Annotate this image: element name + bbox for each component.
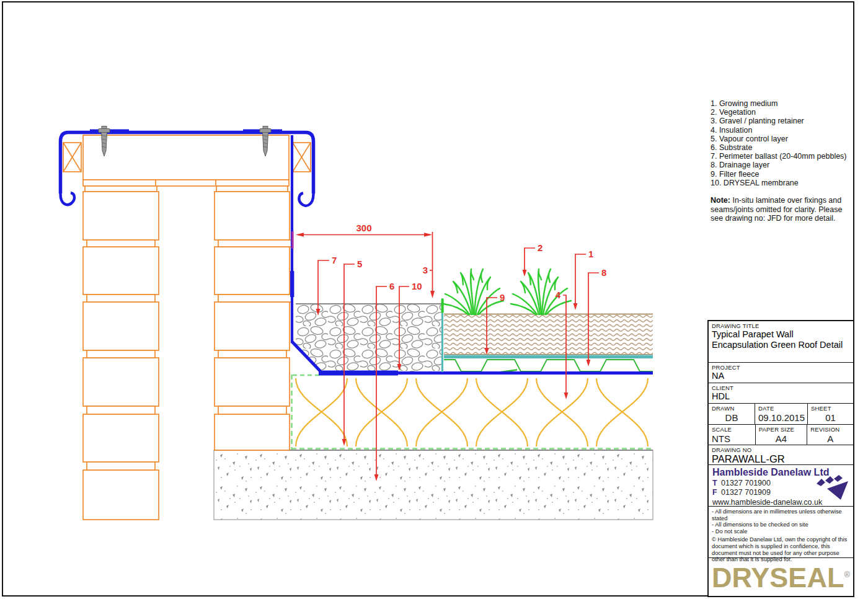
- dryseal-logo-box: DRYSEAL®: [709, 558, 853, 597]
- project-row: PROJECT NA: [709, 363, 853, 383]
- parapet-green-roof-detail-drawing: 300 7 5 6 10 3 9 2 4 1 8: [0, 0, 707, 599]
- scale-value: NTS: [712, 433, 752, 444]
- paper-size-value: A4: [759, 433, 804, 444]
- hambleside-logo-icon: [815, 474, 849, 501]
- sheet-value: 01: [811, 412, 850, 423]
- note-text: In-situ laminate over fixings and seams/…: [711, 196, 842, 223]
- callout-1: 1: [588, 249, 593, 259]
- planting-retainer: [441, 298, 444, 313]
- drawing-no-row: DRAWING NO PARAWALL-GR: [709, 445, 853, 465]
- filter-fleece-layer: [444, 355, 653, 359]
- registered-mark: ®: [844, 570, 850, 579]
- title-block: DRAWING TITLE Typical Parapet Wall Encap…: [707, 320, 854, 597]
- client-value: HDL: [712, 391, 850, 401]
- drawn-cell: DRAWN DB: [709, 404, 755, 424]
- callout-3: 3: [423, 265, 428, 275]
- timber-noggin-right: [293, 143, 311, 172]
- drawn-date-sheet-row: DRAWN DB DATE 09.10.2015 SHEET 01: [709, 404, 853, 425]
- legend-item: 4. Insulation: [711, 126, 854, 135]
- date-value: 09.10.2015: [758, 412, 804, 423]
- insulation-layer: [291, 376, 651, 448]
- callout-4: 4: [556, 290, 561, 300]
- client-row: CLIENT HDL: [709, 383, 853, 404]
- disclaimer-block: - All dimensions are in millimetres unle…: [709, 507, 853, 558]
- legend-item: 8. Drainage layer: [711, 161, 854, 169]
- concrete-substrate: [214, 450, 653, 520]
- drawing-sheet: { "legend": { "items": [ "1. Growing med…: [0, 0, 868, 599]
- callout-5: 5: [357, 259, 362, 269]
- date-cell: DATE 09.10.2015: [755, 404, 808, 424]
- callout-2: 2: [538, 242, 542, 253]
- legend-item: 9. Filter fleece: [711, 170, 854, 179]
- vegetation-clump-2: [511, 269, 571, 314]
- callout-8: 8: [601, 267, 606, 278]
- disclaimer-line3: - Do not scale: [712, 528, 850, 535]
- legend-item: 7. Perimeter ballast (20-40mm pebbles): [711, 152, 854, 161]
- scale-cell: SCALE NTS: [709, 425, 756, 445]
- revision-label: REVISION: [810, 426, 850, 433]
- callout-6: 6: [389, 281, 394, 291]
- legend-item: 10. DRYSEAL membrane: [711, 179, 854, 187]
- date-label: DATE: [758, 405, 804, 412]
- drawn-value: DB: [712, 412, 751, 423]
- scale-label: SCALE: [712, 426, 752, 433]
- legend-item: 2. Vegetation: [711, 108, 854, 117]
- phone-value: 01327 701900: [721, 479, 771, 487]
- drawing-title-line2: Encapsulation Green Roof Detail: [712, 340, 850, 350]
- note: Note: In-situ laminate over fixings and …: [711, 196, 854, 223]
- company-block: Hambleside Danelaw Ltd T01327 701900 F01…: [709, 465, 853, 507]
- timber-blocking: [83, 135, 289, 180]
- scale-paper-revision-row: SCALE NTS PAPER SIZE A4 REVISION A: [709, 425, 853, 445]
- paper-size-cell: PAPER SIZE A4: [756, 425, 808, 445]
- note-label: Note:: [711, 196, 730, 205]
- legend: 1. Growing medium 2. Vegetation 3. Grave…: [711, 99, 854, 187]
- fax-value: 01327 701909: [721, 488, 771, 497]
- sheet-label: SHEET: [811, 405, 850, 412]
- legend-item: 3. Gravel / planting retainer: [711, 117, 854, 125]
- phone-label: T: [712, 479, 721, 487]
- sheet-cell: SHEET 01: [808, 404, 853, 424]
- timber-noggin-left: [63, 143, 81, 172]
- drawn-label: DRAWN: [712, 405, 751, 412]
- drawing-no-value: PARAWALL-GR: [712, 453, 850, 465]
- drainage-layer: [444, 358, 653, 373]
- fax-label: F: [712, 488, 721, 497]
- dryseal-logo: DRYSEAL®: [712, 564, 850, 592]
- revision-cell: REVISION A: [807, 425, 853, 445]
- revision-value: A: [810, 433, 850, 444]
- dryseal-logo-text: DRYSEAL: [712, 562, 844, 593]
- callout-7: 7: [332, 255, 337, 265]
- disclaimer-line2: - All dimensions to be checked on site: [712, 521, 850, 528]
- drawing-no-label: DRAWING NO: [712, 446, 850, 453]
- callout-9: 9: [500, 292, 505, 303]
- disclaimer-line1: - All dimensions are in millimetres unle…: [712, 508, 850, 521]
- growing-medium-layer: [444, 314, 653, 355]
- drawing-title-line1: Typical Parapet Wall: [712, 329, 850, 340]
- paper-size-label: PAPER SIZE: [759, 426, 804, 433]
- dimension-text: 300: [356, 223, 371, 233]
- vegetation-clump-1: [443, 269, 503, 314]
- legend-item: 1. Growing medium: [711, 99, 854, 108]
- project-label: PROJECT: [712, 364, 850, 371]
- drawing-title-label: DRAWING TITLE: [712, 322, 850, 329]
- legend-item: 6. Substrate: [711, 143, 854, 152]
- drawing-title-row: DRAWING TITLE Typical Parapet Wall Encap…: [709, 321, 853, 363]
- project-value: NA: [712, 371, 850, 381]
- fleece-edge-upstand: [441, 313, 443, 372]
- callout-10: 10: [412, 281, 422, 291]
- client-label: CLIENT: [712, 384, 850, 391]
- legend-item: 5. Vapour control layer: [711, 135, 854, 143]
